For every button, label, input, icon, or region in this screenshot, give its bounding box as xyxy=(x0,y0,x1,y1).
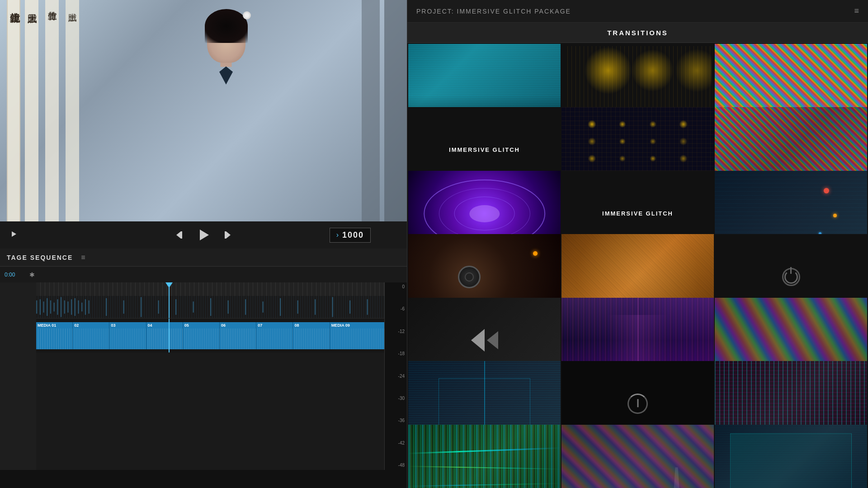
clip-02[interactable]: 02 xyxy=(73,322,109,349)
expand-button[interactable] xyxy=(9,230,18,241)
right-panel: PROJECT: IMMERSIVE GLITCH PACKAGE ≡ TRAN… xyxy=(407,0,868,488)
project-title: PROJECT: IMMERSIVE GLITCH PACKAGE xyxy=(416,8,847,15)
vu-minus36: -36 xyxy=(387,418,405,423)
timeline-area: TAGE SEQUENCE ≡ 0:00 ✱ xyxy=(0,249,407,470)
immersive-glitch-label-1: IMMERSIVE GLITCH xyxy=(449,146,520,154)
svg-marker-0 xyxy=(12,231,16,237)
vu-minus24: -24 xyxy=(387,374,405,379)
vu-minus6: -6 xyxy=(387,307,405,311)
video-clips-track: MEDIA 01 02 03 04 xyxy=(36,319,384,352)
vu-minus12: -12 xyxy=(387,329,405,334)
clip-05[interactable]: 05 xyxy=(183,322,220,349)
forward-button[interactable] xyxy=(220,229,232,241)
timeline-tracks: MEDIA 01 02 03 04 xyxy=(36,282,384,470)
timeline-title: TAGE SEQUENCE xyxy=(7,254,73,261)
transitions-grid: IMMERSIVE GLITCH IMMERSIVE GLITCH xyxy=(407,43,868,488)
clip-08[interactable]: 08 xyxy=(293,322,330,349)
project-header: PROJECT: IMMERSIVE GLITCH PACKAGE ≡ xyxy=(407,0,868,23)
svg-marker-1 xyxy=(176,231,181,239)
timecode-value: 1000 xyxy=(342,230,364,240)
time-label: 0:00 xyxy=(5,272,27,278)
timecode-arrow-icon: › xyxy=(336,231,339,239)
transitions-header: TRANSITIONS xyxy=(407,23,868,43)
timeline-track-labels xyxy=(0,282,36,470)
immersive-glitch-label-2: IMMERSIVE GLITCH xyxy=(602,210,673,217)
timeline-empty xyxy=(36,352,384,470)
transition-item-21[interactable] xyxy=(715,425,867,488)
rewind-button[interactable] xyxy=(175,229,187,241)
power-button-icon xyxy=(782,268,800,286)
clip-07[interactable]: 07 xyxy=(256,322,293,349)
timeline-content: MEDIA 01 02 03 04 xyxy=(0,282,407,470)
vu-minus42: -42 xyxy=(387,441,405,446)
vu-minus48: -48 xyxy=(387,463,405,468)
transition-item-19[interactable] xyxy=(408,425,561,488)
left-panel: 鏡上韓 賊土天 竹上韓 賊土 xyxy=(0,0,407,488)
svg-marker-4 xyxy=(226,231,231,239)
vu-meter: 0 -6 -12 -18 -24 -30 -36 -42 -48 xyxy=(384,282,407,470)
clip-01[interactable]: MEDIA 01 xyxy=(36,322,73,349)
timeline-header: TAGE SEQUENCE ≡ xyxy=(0,249,407,267)
vu-0: 0 xyxy=(387,285,405,289)
clip-06[interactable]: 06 xyxy=(220,322,256,349)
timeline-menu-icon[interactable]: ≡ xyxy=(81,253,85,262)
clip-09[interactable]: MEDIA 09 xyxy=(330,322,384,349)
timeline-toolbar: 0:00 ✱ xyxy=(0,267,407,282)
power-icon-2 xyxy=(627,394,648,414)
audio-track xyxy=(36,296,384,319)
video-preview: 鏡上韓 賊土天 竹上韓 賊土 xyxy=(0,0,407,221)
clips-container: MEDIA 01 02 03 04 xyxy=(36,322,384,349)
transitions-title: TRANSITIONS xyxy=(607,29,668,37)
clip-03[interactable]: 03 xyxy=(109,322,146,349)
svg-rect-2 xyxy=(181,231,182,239)
vu-minus30: -30 xyxy=(387,396,405,401)
timeline-ruler[interactable] xyxy=(36,282,384,296)
project-menu-icon[interactable]: ≡ xyxy=(854,6,859,16)
transition-item-20[interactable] xyxy=(561,425,714,488)
play-button[interactable] xyxy=(196,228,211,242)
tool-icon[interactable]: ✱ xyxy=(29,271,35,278)
vu-minus18: -18 xyxy=(387,352,405,356)
svg-rect-5 xyxy=(225,231,226,239)
video-controls: › 1000 xyxy=(0,221,407,249)
timecode-display: › 1000 xyxy=(330,228,371,243)
svg-marker-3 xyxy=(200,230,209,240)
clip-04[interactable]: 04 xyxy=(146,322,183,349)
